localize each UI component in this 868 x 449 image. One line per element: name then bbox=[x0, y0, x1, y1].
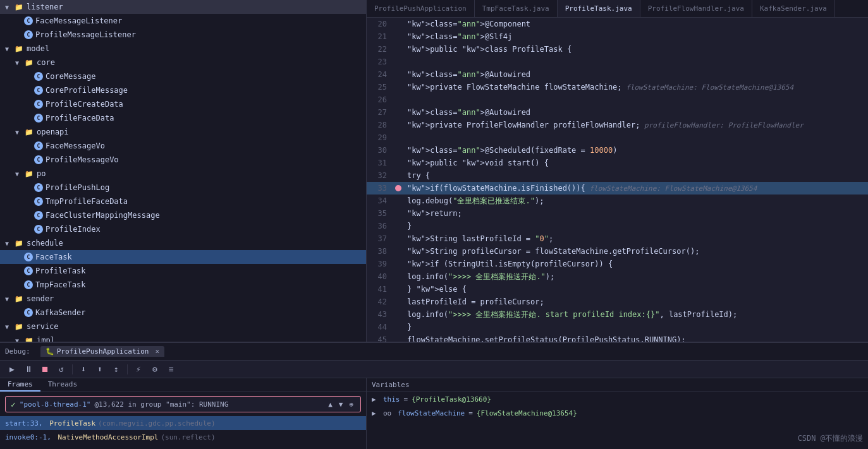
sidebar-label-6: CoreProfileMessage bbox=[46, 86, 128, 95]
stack-frame-class-0 bbox=[46, 419, 50, 428]
debug-stepout-btn[interactable]: ↕ bbox=[109, 362, 123, 376]
thread-item[interactable]: ✓ "pool-8-thread-1" @13,622 in group "ma… bbox=[5, 396, 361, 412]
sidebar-item-18[interactable]: CFaceTask bbox=[0, 250, 366, 264]
debug-stop-btn[interactable]: ⏹ bbox=[38, 362, 52, 376]
debug-settings-btn[interactable]: ⚙ bbox=[148, 362, 162, 376]
code-text-21: "kw">class="ann">@Slf4j bbox=[405, 32, 868, 41]
stack-frame-loc-0: start:33, bbox=[5, 419, 43, 428]
sidebar-item-22[interactable]: CKafkaSender bbox=[0, 306, 366, 320]
sidebar-item-20[interactable]: CTmpFaceTask bbox=[0, 278, 366, 292]
thread-filter-icon[interactable]: ⊕ bbox=[347, 400, 355, 409]
sidebar-item-19[interactable]: CProfileTask bbox=[0, 264, 366, 278]
thread-check-icon: ✓ bbox=[11, 400, 16, 409]
var-expand-icon-1[interactable]: ▶ bbox=[372, 409, 379, 417]
stack-frame-loc-1: invoke0:-1, bbox=[5, 433, 51, 441]
code-line-29: 29 bbox=[367, 131, 868, 144]
line-num-32: 32 bbox=[367, 171, 392, 180]
editor-area: ▼📁listenerCFaceMessageListenerCProfileMe… bbox=[0, 0, 868, 342]
class-icon-10: C bbox=[34, 141, 43, 150]
var-item-flowstatemachine[interactable]: ▶ oo flowStateMachine = {FlowStateMachin… bbox=[367, 406, 868, 420]
line-num-36: 36 bbox=[367, 222, 392, 230]
line-num-30: 30 bbox=[367, 146, 392, 155]
sidebar-item-3[interactable]: ▼📁model bbox=[0, 42, 366, 56]
line-num-31: 31 bbox=[367, 159, 392, 167]
sidebar-item-21[interactable]: ▼📁sender bbox=[0, 292, 366, 306]
sidebar-item-23[interactable]: ▼📁service bbox=[0, 320, 366, 333]
line-num-40: 40 bbox=[367, 272, 392, 281]
sidebar-item-5[interactable]: CCoreMessage bbox=[0, 69, 366, 83]
var-expand-icon-0[interactable]: ▶ bbox=[372, 395, 379, 404]
sidebar-item-1[interactable]: CFaceMessageListener bbox=[0, 14, 366, 28]
debug-stepinto-btn[interactable]: ⬆ bbox=[93, 362, 107, 376]
code-text-37: "kw">String lastProfileId = "0"; bbox=[405, 234, 868, 243]
stack-frame-1[interactable]: invoke0:-1, NativeMethodAccessorImpl (su… bbox=[0, 430, 366, 444]
sidebar-item-0[interactable]: ▼📁listener bbox=[0, 0, 366, 14]
code-line-45: 45 flowStateMachine.setProfileStatus(Pro… bbox=[367, 333, 868, 342]
thread-nav-up[interactable]: ▲ bbox=[326, 400, 334, 409]
sidebar-item-12[interactable]: ▼📁po bbox=[0, 167, 366, 181]
code-text-44: } bbox=[405, 323, 868, 332]
breakpoint-icon-33[interactable] bbox=[395, 185, 401, 191]
debug-restart-btn[interactable]: ↺ bbox=[54, 362, 68, 376]
class-icon-19: C bbox=[24, 266, 33, 275]
sidebar-item-8[interactable]: CProfileFaceData bbox=[0, 111, 366, 125]
sidebar-item-11[interactable]: CProfileMessageVo bbox=[0, 153, 366, 167]
sidebar-item-6[interactable]: CCoreProfileMessage bbox=[0, 83, 366, 97]
sidebar-item-10[interactable]: CFaceMessageVo bbox=[0, 139, 366, 153]
var-name-1: flowStateMachine bbox=[398, 409, 465, 417]
code-line-21: 21"kw">class="ann">@Slf4j bbox=[367, 30, 868, 43]
code-line-35: 35 "kw">return; bbox=[367, 207, 868, 220]
code-line-34: 34 log.debug("全里档案已推送结束."); bbox=[367, 195, 868, 207]
debug-pause-btn[interactable]: ⏸ bbox=[21, 362, 35, 376]
tab-tmpfacetask[interactable]: TmpFaceTask.java bbox=[475, 0, 558, 17]
debug-layout-btn[interactable]: ≡ bbox=[164, 362, 178, 376]
debug-panel: Debug: 🐛 ProfilePushApplication × ▶ ⏸ ⏹ … bbox=[0, 342, 868, 449]
sidebar-label-9: openapi bbox=[37, 128, 69, 136]
stack-frame-0[interactable]: start:33, ProfileTask (com.megvii.gdc.pp… bbox=[0, 416, 366, 430]
folder-arrow-0: ▼ bbox=[5, 4, 13, 11]
folder-arrow-9: ▼ bbox=[15, 129, 23, 136]
tab-profiletask[interactable]: ProfileTask.java bbox=[558, 0, 640, 17]
class-icon-22: C bbox=[24, 308, 33, 317]
sidebar-item-16[interactable]: CProfileIndex bbox=[0, 222, 366, 236]
code-line-43: 43 log.info(">>>> 全里档案推送开始. start profil… bbox=[367, 308, 868, 321]
class-icon-8: C bbox=[34, 114, 43, 123]
sidebar-item-17[interactable]: ▼📁schedule bbox=[0, 236, 366, 250]
debug-evaluate-btn[interactable]: ⚡ bbox=[131, 362, 145, 376]
debug-close-icon[interactable]: × bbox=[155, 347, 159, 356]
thread-nav-down[interactable]: ▼ bbox=[337, 400, 345, 409]
frames-tab[interactable]: Frames bbox=[0, 378, 40, 392]
class-icon-14: C bbox=[34, 197, 43, 206]
sidebar-item-4[interactable]: ▼📁core bbox=[0, 56, 366, 69]
debug-resume-btn[interactable]: ▶ bbox=[5, 362, 19, 376]
debug-app-icon: 🐛 bbox=[46, 347, 54, 356]
code-line-42: 42 lastProfileId = profileCursor; bbox=[367, 296, 868, 308]
code-text-39: "kw">if (StringUtil.isEmpty(profileCurso… bbox=[405, 260, 868, 268]
sidebar-label-20: TmpFaceTask bbox=[35, 280, 85, 289]
tab-kafkasender[interactable]: KafkaSender.java bbox=[752, 0, 835, 17]
line-num-45: 45 bbox=[367, 335, 392, 342]
var-name-0: this bbox=[383, 395, 400, 404]
sidebar-item-24[interactable]: ▼📁impl bbox=[0, 333, 366, 342]
thread-name: "pool-8-thread-1" bbox=[20, 400, 91, 409]
sidebar-item-9[interactable]: ▼📁openapi bbox=[0, 125, 366, 139]
sidebar-item-2[interactable]: CProfileMessageListener bbox=[0, 28, 366, 42]
sidebar-item-14[interactable]: CTmpProfileFaceData bbox=[0, 195, 366, 208]
sidebar-item-13[interactable]: CProfilePushLog bbox=[0, 181, 366, 195]
debug-app-tab[interactable]: 🐛 ProfilePushApplication × bbox=[40, 346, 164, 357]
debug-stepover-btn[interactable]: ⬇ bbox=[76, 362, 90, 376]
threads-tab[interactable]: Threads bbox=[40, 378, 85, 392]
line-num-44: 44 bbox=[367, 323, 392, 332]
sidebar-item-7[interactable]: CProfileCreateData bbox=[0, 97, 366, 111]
sidebar-item-15[interactable]: CFaceClusterMappingMessage bbox=[0, 208, 366, 222]
sidebar-label-23: service bbox=[27, 322, 59, 331]
code-line-41: 41 } "kw">else { bbox=[367, 283, 868, 296]
line-num-33: 33 bbox=[367, 184, 392, 193]
folder-arrow-21: ▼ bbox=[5, 296, 13, 302]
code-line-30: 30 "kw">class="ann">@Scheduled(fixedRate… bbox=[367, 144, 868, 157]
tab-profilepushapplication[interactable]: ProfilePushApplication bbox=[367, 0, 475, 17]
var-item-this[interactable]: ▶ this = {ProfileTask@13660} bbox=[367, 392, 868, 406]
tab-profileflowhandler[interactable]: ProfileFlowHandler.java bbox=[640, 0, 752, 17]
code-text-29 bbox=[405, 133, 868, 142]
sidebar-label-19: ProfileTask bbox=[35, 266, 85, 275]
